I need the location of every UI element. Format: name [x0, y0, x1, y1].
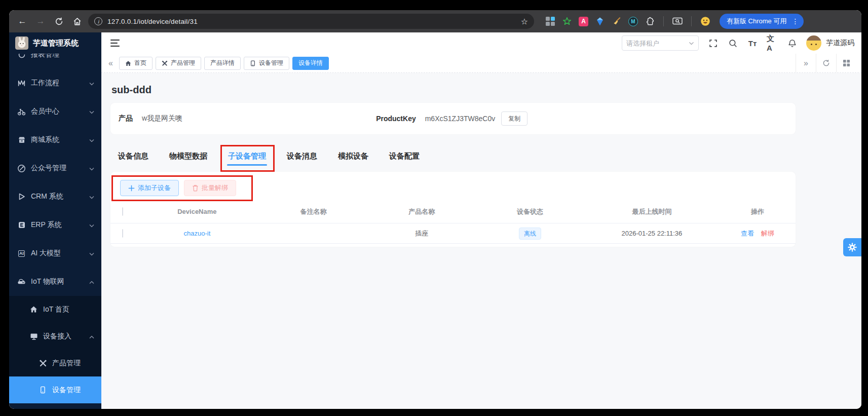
layout-grid-icon[interactable]	[836, 54, 856, 72]
toolbar-divider	[691, 16, 692, 26]
user-avatar[interactable]	[806, 35, 821, 51]
m-extension-icon[interactable]: M	[628, 17, 638, 26]
batch-unbind-button[interactable]: 批量解绑	[184, 180, 236, 196]
productkey-label: ProductKey	[376, 115, 416, 123]
browser-menu-icon[interactable]: ⋮	[789, 17, 801, 25]
crm-icon	[17, 193, 26, 201]
broom-extension-icon[interactable]	[612, 16, 622, 26]
desktop-background: ← → i 127.0.0.1/iot/device/detail/31 ☆ A	[0, 0, 868, 416]
sidebar-item-erp[interactable]: ERP 系统	[9, 211, 101, 239]
product-name-cell: 插座	[367, 229, 476, 238]
tag-label: 设备管理	[259, 59, 283, 67]
logo-row[interactable]: 芋道管理系统	[9, 32, 101, 54]
sidebar-item-device-management[interactable]: 设备管理	[9, 376, 101, 403]
chevron-down-icon	[89, 107, 94, 116]
tag-product-detail[interactable]: 产品详情	[204, 57, 241, 70]
top-navbar: Tт 文A 芋道源码	[101, 32, 861, 54]
sidebar-item-label: AI 大模型	[31, 249, 84, 258]
add-sub-device-button[interactable]: 添加子设备	[120, 180, 179, 196]
scroll-right-icon[interactable]: »	[796, 54, 816, 72]
sub-device-card: 添加子设备 批量解绑 DeviceName 备注名称 产品名称 设备状态	[110, 172, 796, 247]
unbind-action[interactable]: 解绑	[761, 229, 774, 238]
bookmark-star-icon[interactable]: ☆	[521, 17, 528, 26]
sidebar-item-device-access[interactable]: 设备接入	[9, 323, 101, 350]
mall-icon	[17, 136, 26, 144]
workflow-icon	[17, 79, 26, 88]
tag-label: 设备详情	[298, 59, 323, 67]
back-icon[interactable]: ←	[15, 14, 29, 28]
tab-sub-device[interactable]: 子设备管理	[228, 152, 266, 161]
detail-tabs: 设备信息 物模型数据 子设备管理 设备消息 模拟设备 设备配置	[118, 147, 796, 165]
collapse-menu-icon[interactable]	[107, 35, 123, 51]
sidebar-item-mall[interactable]: 商城系统	[9, 126, 101, 154]
sidebar-item-iot-home[interactable]: IoT 首页	[9, 296, 101, 323]
refresh-icon[interactable]	[816, 54, 836, 72]
tab-device-info[interactable]: 设备信息	[118, 152, 148, 161]
site-info-icon[interactable]: i	[94, 17, 102, 25]
chevron-up-icon	[89, 278, 94, 286]
batch-unbind-label: 批量解绑	[202, 183, 228, 193]
browser-window: ← → i 127.0.0.1/iot/device/detail/31 ☆ A	[9, 10, 861, 409]
tag-home[interactable]: 首页	[119, 57, 153, 70]
device-name-link[interactable]: chazuo-it	[135, 230, 259, 237]
grid-extension-icon[interactable]	[545, 16, 555, 26]
username[interactable]: 芋道源码	[826, 39, 854, 48]
col-device-name: DeviceName	[135, 208, 259, 215]
sidebar-item-label: 商城系统	[31, 135, 84, 144]
row-checkbox[interactable]	[122, 229, 123, 238]
screen-search-icon[interactable]	[672, 16, 683, 26]
language-icon[interactable]: 文A	[767, 37, 778, 49]
extensions-area: A M	[545, 16, 710, 26]
tools-icon	[162, 60, 168, 66]
tenant-select-input[interactable]	[626, 40, 686, 47]
sidebar-item-product-management[interactable]: 产品管理	[9, 350, 101, 376]
address-bar[interactable]: i 127.0.0.1/iot/device/detail/31 ☆	[88, 14, 534, 29]
device-icon	[39, 386, 47, 394]
sidebar-item-ai[interactable]: AI AI 大模型	[9, 239, 101, 268]
url-text: 127.0.0.1/iot/device/detail/31	[107, 18, 198, 25]
gem-extension-icon[interactable]	[595, 16, 605, 26]
fullscreen-icon[interactable]	[707, 37, 719, 49]
extensions-puzzle-icon[interactable]	[645, 16, 655, 26]
tools-icon	[39, 359, 47, 367]
sidebar-item-official-account[interactable]: 公众号管理	[9, 154, 101, 182]
notification-bell-icon[interactable]	[786, 37, 798, 49]
sidebar-item-member[interactable]: 会员中心	[9, 97, 101, 126]
search-icon[interactable]	[727, 37, 738, 49]
chrome-update-button[interactable]: 有新版 Chrome 可用 ⋮	[720, 14, 804, 29]
tag-device-management[interactable]: 设备管理	[244, 57, 289, 70]
member-icon	[17, 107, 26, 116]
tab-device-config[interactable]: 设备配置	[389, 152, 420, 161]
sidebar-item-crm[interactable]: CRM 系统	[9, 182, 101, 211]
tab-label: 子设备管理	[228, 152, 266, 160]
col-last-online: 最后上线时间	[584, 207, 720, 216]
copy-button[interactable]: 复制	[501, 111, 527, 126]
chevron-down-icon	[89, 193, 94, 201]
tab-model-data[interactable]: 物模型数据	[169, 152, 207, 161]
scroll-left-icon[interactable]: «	[105, 59, 116, 68]
forward-icon[interactable]: →	[33, 14, 48, 28]
profile-emoji-icon[interactable]	[700, 16, 710, 26]
tab-simulate-device[interactable]: 模拟设备	[338, 152, 368, 161]
chevron-down-icon	[89, 164, 94, 172]
home-icon[interactable]	[70, 14, 84, 28]
tenant-select[interactable]	[622, 35, 699, 51]
sidebar-item-iot[interactable]: IoT 物联网	[9, 268, 101, 296]
table-row: chazuo-it 插座 离线 2026-01-25 22:11:36 查看 解…	[110, 223, 796, 244]
sidebar-item-label: 设备管理	[52, 386, 81, 395]
sidebar-item-workflow[interactable]: 工作流程	[9, 69, 101, 97]
translate-extension-icon[interactable]: A	[579, 17, 588, 26]
font-size-icon[interactable]: Tт	[747, 37, 758, 49]
tab-device-message[interactable]: 设备消息	[287, 152, 317, 161]
chevron-down-icon	[89, 221, 94, 229]
tag-device-detail[interactable]: 设备详情	[292, 57, 329, 70]
reload-icon[interactable]	[52, 14, 66, 28]
select-all-checkbox[interactable]	[122, 207, 123, 216]
star-extension-icon[interactable]	[562, 16, 572, 26]
view-action[interactable]: 查看	[741, 229, 754, 238]
status-badge: 离线	[519, 228, 541, 240]
theme-settings-button[interactable]	[843, 238, 861, 256]
tag-product-management[interactable]: 产品管理	[156, 57, 201, 70]
product-value: w我是网关噢	[142, 114, 182, 123]
home-icon	[29, 305, 38, 314]
